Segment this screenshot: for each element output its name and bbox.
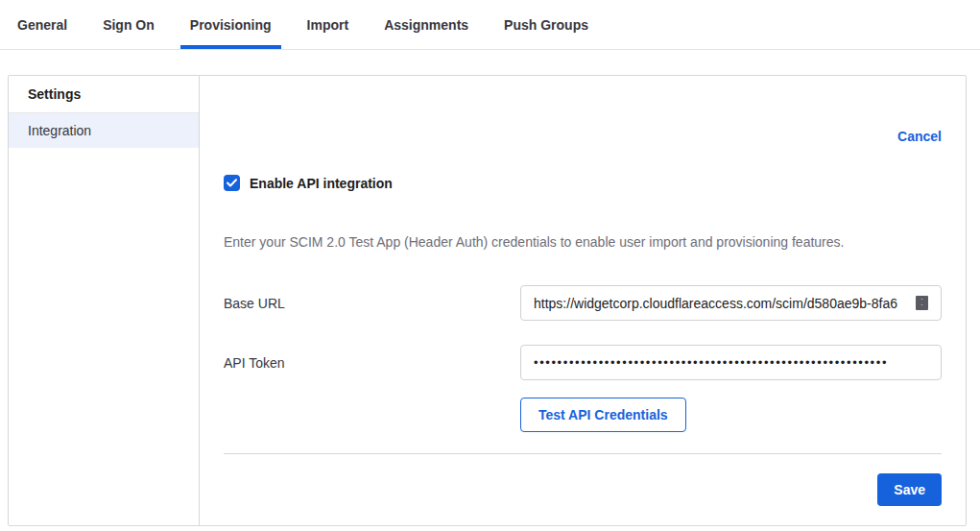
tab-push-groups[interactable]: Push Groups — [494, 0, 598, 49]
cancel-link[interactable]: Cancel — [897, 129, 942, 144]
api-token-label: API Token — [224, 355, 520, 371]
app-tab-bar: General Sign On Provisioning Import Assi… — [0, 0, 980, 50]
sidebar-heading: Settings — [9, 76, 199, 113]
test-credentials-row: Test API Credentials — [224, 398, 942, 432]
tab-import[interactable]: Import — [298, 0, 359, 49]
cancel-row: Cancel — [224, 129, 942, 144]
form-footer-divider — [224, 453, 942, 454]
tab-sign-on[interactable]: Sign On — [93, 0, 164, 49]
checkmark-icon — [227, 179, 237, 187]
save-button[interactable]: Save — [877, 473, 942, 506]
save-row: Save — [224, 473, 942, 506]
base-url-label: Base URL — [224, 296, 520, 311]
enable-api-integration-label: Enable API integration — [250, 176, 393, 191]
sidebar-item-integration[interactable]: Integration — [9, 113, 199, 148]
credentials-description: Enter your SCIM 2.0 Test App (Header Aut… — [224, 234, 942, 250]
tab-general[interactable]: General — [8, 0, 77, 49]
tab-assignments[interactable]: Assignments — [374, 0, 478, 49]
base-url-row: Base URL https://widgetcorp.cloudflareac… — [224, 285, 942, 321]
provisioning-panel: Settings Integration Cancel Enable API i… — [8, 75, 967, 526]
api-token-input[interactable]: ••••••••••••••••••••••••••••••••••••••••… — [520, 345, 942, 380]
integration-settings-form: Cancel Enable API integration Enter your… — [200, 76, 966, 525]
text-selection-cursor — [916, 296, 928, 310]
tab-provisioning[interactable]: Provisioning — [180, 0, 281, 49]
settings-sidebar: Settings Integration — [9, 76, 200, 525]
base-url-input[interactable]: https://widgetcorp.cloudflareaccess.com/… — [520, 285, 942, 321]
api-token-masked-value: ••••••••••••••••••••••••••••••••••••••••… — [534, 355, 888, 370]
enable-api-integration-checkbox[interactable] — [224, 175, 240, 191]
base-url-value: https://widgetcorp.cloudflareaccess.com/… — [534, 296, 897, 311]
enable-api-integration-row: Enable API integration — [224, 175, 942, 191]
api-token-row: API Token ••••••••••••••••••••••••••••••… — [224, 345, 942, 380]
test-api-credentials-button[interactable]: Test API Credentials — [520, 398, 686, 432]
